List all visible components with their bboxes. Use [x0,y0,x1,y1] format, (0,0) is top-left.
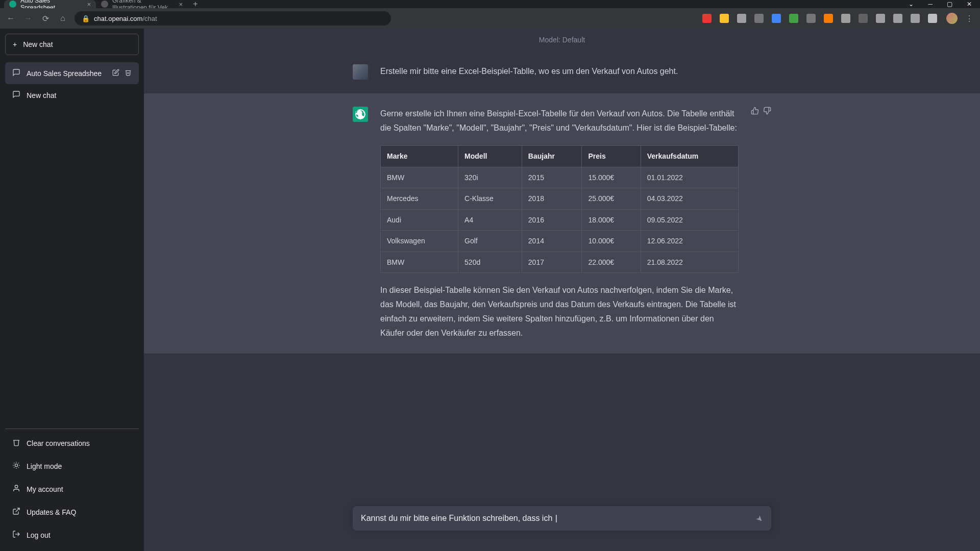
lock-icon: 🔒 [82,15,90,22]
home-icon[interactable]: ⌂ [57,13,68,24]
thumbs-up-icon[interactable] [751,107,759,340]
table-cell: C-Klasse [458,188,522,210]
table-header: Verkaufsdatum [641,146,738,167]
profile-avatar[interactable] [946,13,958,24]
extension-icon[interactable] [893,14,902,23]
sidebar-item-label: New chat [27,91,132,99]
extension-icon[interactable] [911,14,920,23]
sidebar-item-label: Light mode [27,462,62,470]
url-host: chat.openai.com [94,15,142,22]
table-cell: 10.000€ [582,231,641,252]
url-bar[interactable]: 🔒 chat.openai.com/chat [75,11,391,26]
plus-icon: + [13,40,17,48]
back-icon[interactable]: ← [5,13,16,24]
message-input-box[interactable]: Kannst du mir bitte eine Funktion schrei… [353,506,771,531]
table-cell: 15.000€ [582,167,641,188]
my-account-button[interactable]: My account [5,478,139,500]
sidebar: + New chat Auto Sales Spreadshee New cha… [0,29,144,551]
chevron-down-icon[interactable]: ⌄ [909,1,914,8]
sidebar-item-label: Clear conversations [27,439,90,447]
browser-chrome: Auto Sales Spreadsheet. × Grafiken & Ill… [0,0,980,29]
logout-button[interactable]: Log out [5,524,139,546]
menu-icon[interactable]: ⋮ [964,13,975,24]
trash-icon [12,438,20,448]
table-row: VolkswagenGolf201410.000€12.06.2022 [381,231,739,252]
table-cell: Volkswagen [381,231,458,252]
url-path: /chat [142,15,157,22]
updates-faq-button[interactable]: Updates & FAQ [5,501,139,523]
extension-icon[interactable] [789,14,798,23]
close-icon[interactable]: ✕ [967,1,972,8]
input-area: Kannst du mir bitte eine Funktion schrei… [144,496,980,551]
reload-icon[interactable]: ⟳ [40,13,51,24]
table-cell: 09.05.2022 [641,209,738,231]
sidebar-item-conversation[interactable]: Auto Sales Spreadshee [5,62,139,84]
maximize-icon[interactable]: ▢ [947,1,952,8]
external-link-icon [12,507,20,517]
table-cell: 01.01.2022 [641,167,738,188]
minimize-icon[interactable]: ─ [928,1,933,8]
table-cell: Mercedes [381,188,458,210]
trash-icon[interactable] [125,69,132,78]
extension-icon[interactable] [859,14,868,23]
extension-icon[interactable] [928,14,937,23]
user-avatar [353,64,368,80]
new-chat-button[interactable]: + New chat [5,34,139,55]
sidebar-item-conversation[interactable]: New chat [5,84,139,106]
forward-icon[interactable]: → [22,13,34,24]
extension-icon[interactable] [876,14,885,23]
table-header: Marke [381,146,458,167]
table-row: AudiA4201618.000€09.05.2022 [381,209,739,231]
edit-icon[interactable] [112,69,119,78]
table-cell: Audi [381,209,458,231]
assistant-outro: In dieser Beispiel-Tabelle können Sie de… [380,283,739,340]
extension-icon[interactable] [772,14,781,23]
extension-icon[interactable] [737,14,746,23]
example-table: MarkeModellBaujahrPreisVerkaufsdatum BMW… [380,145,739,273]
svg-point-0 [15,464,17,466]
model-label: Model: Default [144,29,980,51]
extension-icon[interactable] [702,14,712,23]
table-row: BMW520d201722.000€21.08.2022 [381,252,739,273]
main-content: Model: Default Erstelle mir bitte eine E… [144,29,980,551]
svg-line-3 [14,463,14,463]
chat-icon [12,68,20,78]
browser-tab[interactable]: Grafiken & Illustrationen für Vek × [96,0,188,8]
table-cell: 04.03.2022 [641,188,738,210]
table-cell: 18.000€ [582,209,641,231]
table-header: Preis [582,146,641,167]
extension-icon[interactable] [841,14,850,23]
app: + New chat Auto Sales Spreadshee New cha… [0,29,980,551]
sidebar-item-label: My account [27,485,63,493]
thumbs-down-icon[interactable] [763,107,771,340]
browser-tab-active[interactable]: Auto Sales Spreadsheet. × [4,0,96,8]
close-icon[interactable]: × [87,1,91,8]
message-input[interactable]: Kannst du mir bitte eine Funktion schrei… [361,512,756,524]
table-cell: Golf [458,231,522,252]
table-header: Baujahr [522,146,582,167]
sidebar-item-label: Log out [27,531,51,539]
extension-icon[interactable] [824,14,833,23]
extension-icon[interactable] [754,14,764,23]
extension-icon[interactable] [806,14,816,23]
table-cell: 320i [458,167,522,188]
table-cell: 2014 [522,231,582,252]
clear-conversations-button[interactable]: Clear conversations [5,432,139,454]
extension-icon[interactable] [720,14,729,23]
table-cell: BMW [381,252,458,273]
sidebar-item-label: Auto Sales Spreadshee [27,69,106,78]
tab-title: Grafiken & Illustrationen für Vek [112,0,175,8]
table-cell: 2015 [522,167,582,188]
light-mode-button[interactable]: Light mode [5,455,139,477]
tab-favicon-icon [101,1,108,8]
svg-point-9 [15,485,17,488]
table-cell: 22.000€ [582,252,641,273]
new-tab-button[interactable]: + [188,0,203,9]
nav-bar: ← → ⟳ ⌂ 🔒 chat.openai.com/chat ⋮ [0,8,980,29]
table-cell: A4 [458,209,522,231]
assistant-message: Gerne erstelle ich Ihnen eine Beispiel-E… [144,93,980,354]
close-icon[interactable]: × [179,1,183,8]
table-row: MercedesC-Klasse201825.000€04.03.2022 [381,188,739,210]
table-cell: 2018 [522,188,582,210]
table-cell: 520d [458,252,522,273]
